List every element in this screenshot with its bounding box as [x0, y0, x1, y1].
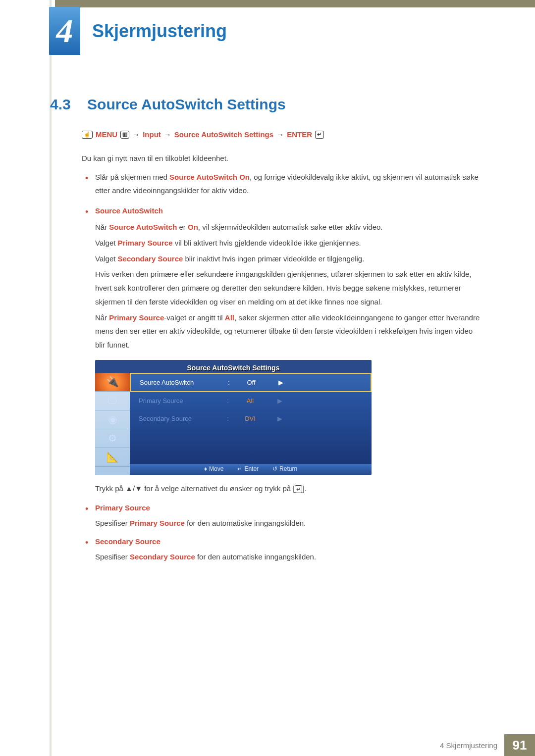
footer-chapter: 4 Skjermjustering	[440, 741, 497, 750]
sas-p5: Når Primary Source-valget er angitt til …	[95, 311, 481, 352]
osd-sidebar-sound-icon: ◉	[95, 410, 130, 429]
secondary-heading: Secondary Source	[95, 537, 160, 546]
osd-sidebar: 🔌 🖵 ◉ ⚙ 📐	[95, 373, 130, 475]
osd-screenshot: Source AutoSwitch Settings 🔌 🖵 ◉ ⚙ 📐 Sou…	[95, 360, 372, 475]
osd-row-primary: Primary Source : All ▶	[130, 392, 372, 409]
enter-icon: ↵	[237, 465, 242, 472]
section-heading: 4.3 Source AutoSwitch Settings	[50, 96, 286, 113]
sas-p3: Valget Secondary Source blir inaktivt hv…	[95, 252, 481, 266]
sas-p2: Valget Primary Source vil bli aktivert h…	[95, 236, 481, 250]
caret-right-icon: ▶	[268, 395, 282, 406]
sas-p4: Hvis verken den primære eller sekundære …	[95, 267, 481, 308]
header-bar	[55, 0, 535, 7]
osd-footer-enter: ↵Enter	[237, 464, 259, 475]
osd-footer-return: ↺Return	[272, 464, 297, 475]
primary-heading: Primary Source	[95, 504, 150, 512]
bullet-primary: Primary Source Spesifiser Primary Source…	[84, 501, 481, 530]
osd-main: Source AutoSwitch : Off ▶ Primary Source…	[130, 373, 372, 464]
sas-p1: Når Source AutoSwitch er On, vil skjermv…	[95, 220, 481, 234]
move-icon: ♦	[204, 465, 207, 472]
osd-row-autoswitch: Source AutoSwitch : Off ▶	[130, 373, 372, 392]
osd-footer: ♦Move ↵Enter ↺Return	[130, 464, 372, 475]
sas-heading: Source AutoSwitch	[95, 206, 163, 215]
caret-right-icon: ▶	[268, 413, 282, 424]
section-number: 4.3	[50, 96, 71, 112]
osd-sidebar-setup-icon: ⚙	[95, 429, 130, 448]
section-title: Source AutoSwitch Settings	[87, 96, 286, 112]
bullet-list: Slår på skjermen med Source AutoSwitch O…	[84, 170, 481, 565]
chapter-badge: 4	[49, 7, 80, 55]
intro-text: Du kan gi nytt navn til en tilkoblet kil…	[82, 154, 228, 162]
footer-page-number: 91	[504, 734, 535, 756]
osd-sidebar-picture-icon: 🖵	[95, 392, 130, 410]
arrow-icon: →	[132, 130, 140, 139]
menu-icon: ▥	[120, 131, 129, 139]
bullet-first: Slår på skjermen med Source AutoSwitch O…	[84, 170, 481, 197]
breadcrumb-menu: MENU	[96, 130, 117, 139]
enter-icon: ↵	[295, 485, 302, 493]
hand-icon: ☝	[82, 131, 93, 139]
left-margin-strip	[50, 0, 52, 756]
osd-row-secondary: Secondary Source : DVI ▶	[130, 410, 372, 427]
osd-sidebar-input-icon: 🔌	[95, 373, 130, 392]
osd-footer-move: ♦Move	[204, 464, 223, 475]
chapter-number: 4	[56, 11, 73, 50]
nav-breadcrumb: ☝ MENU ▥ → Input → Source AutoSwitch Set…	[82, 130, 324, 139]
chapter-title: Skjermjustering	[92, 21, 227, 42]
caret-right-icon: ▶	[268, 377, 283, 388]
osd-sidebar-multi-icon: 📐	[95, 448, 130, 467]
bullet-secondary: Secondary Source Spesifiser Secondary So…	[84, 535, 481, 563]
after-osd-text: Trykk på ▲/▼ for å velge alternativet du…	[95, 482, 481, 495]
breadcrumb-enter: ENTER	[287, 130, 312, 139]
enter-icon: ↵	[315, 131, 324, 139]
breadcrumb-setting: Source AutoSwitch Settings	[174, 130, 273, 139]
arrow-icon: →	[276, 130, 284, 139]
bullet-source-autoswitch: Source AutoSwitch Når Source AutoSwitch …	[84, 204, 481, 495]
return-icon: ↺	[272, 465, 277, 472]
arrow-icon: →	[164, 130, 171, 139]
breadcrumb-input: Input	[143, 130, 161, 139]
page-footer: 4 Skjermjustering 91	[0, 734, 535, 756]
